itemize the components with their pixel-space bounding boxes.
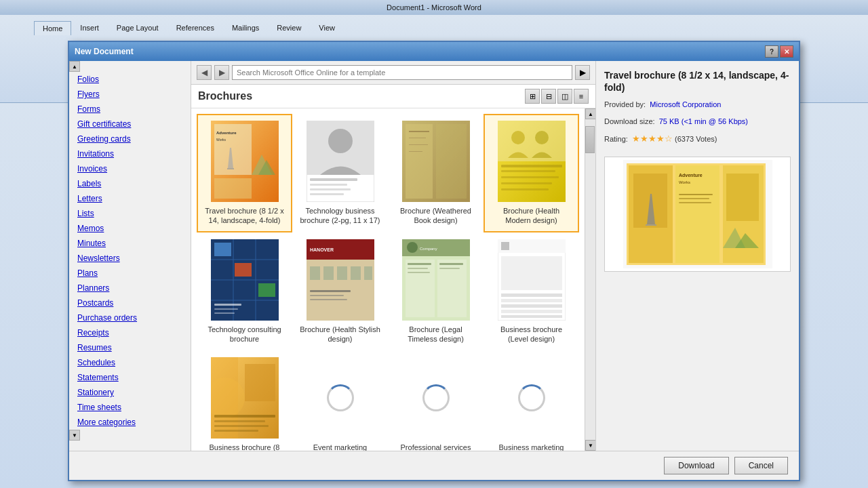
sidebar-item-plans[interactable]: Plans [69,266,191,281]
svg-rect-40 [214,312,235,314]
sidebar-item-invitations[interactable]: Invitations [69,146,191,161]
view-btn-4[interactable]: ≡ [574,89,589,104]
template-item-professional[interactable]: Professional services [388,350,484,451]
dialog-help-button[interactable]: ? [765,45,778,58]
template-thumb-weathered [402,121,470,202]
svg-rect-66 [501,242,509,250]
ribbon-tab-view[interactable]: View [310,20,344,35]
svg-rect-52 [310,299,347,300]
dialog-close-button[interactable]: ✕ [780,45,793,58]
svg-rect-61 [408,272,430,273]
ribbon-tab-mailings[interactable]: Mailings [223,20,268,35]
scroll-down-arrow[interactable]: ▼ [585,440,595,451]
sidebar-item-stationery[interactable]: Stationery [69,385,191,400]
svg-text:Adventure: Adventure [679,173,703,178]
template-thumb-tech-biz [307,121,374,202]
sidebar: ▲ Folios Flyers Forms Gift certificates … [69,61,191,451]
template-item-travel[interactable]: Adventure Works Travel [197,114,292,232]
sidebar-item-lists[interactable]: Lists [69,206,191,221]
template-thumb-professional [402,357,470,439]
sidebar-item-postcards[interactable]: Postcards [69,296,191,310]
template-item-tech-consult[interactable]: Technology consulting brochure [197,232,292,351]
sidebar-item-receipts[interactable]: Receipts [69,325,191,340]
view-btn-3[interactable]: ◫ [557,89,572,104]
template-item-biz-bro[interactable]: Business brochure (8 1/2 ... [197,350,292,451]
scroll-up-arrow[interactable]: ▲ [585,108,595,119]
sidebar-item-letters[interactable]: Letters [69,191,191,206]
svg-rect-36 [235,263,252,277]
right-panel-download-size: Download size: 75 KB (<1 min @ 56 Kbps) [604,116,791,127]
svg-rect-47 [337,266,347,280]
search-forward-button[interactable]: ▶ [214,65,229,80]
sidebar-item-planners[interactable]: Planners [69,281,191,296]
sidebar-item-folios[interactable]: Folios [69,72,191,87]
svg-text:Works: Works [679,180,690,184]
svg-rect-39 [214,308,238,310]
sidebar-item-statements[interactable]: Statements [69,370,191,385]
sidebar-item-minutes[interactable]: Minutes [69,236,191,251]
ribbon-tab-references[interactable]: References [167,20,223,35]
svg-rect-9 [310,178,357,181]
scroll-thumb[interactable] [585,126,595,153]
svg-rect-5 [227,168,234,169]
svg-rect-77 [214,415,275,418]
sidebar-item-labels[interactable]: Labels [69,176,191,191]
cancel-button[interactable]: Cancel [734,457,788,474]
sidebar-scroll-up[interactable]: ▲ [69,61,80,72]
sidebar-item-more-categories[interactable]: More categories [69,415,191,430]
template-label-event: Event marketing [313,443,367,451]
template-label-legal: Brochure (Legal Timeless design) [395,325,477,344]
svg-rect-63 [439,268,460,269]
view-btn-1[interactable]: ⊞ [525,89,540,104]
sidebar-item-flyers[interactable]: Flyers [69,87,191,102]
ribbon-tab-insert[interactable]: Insert [71,20,108,35]
ribbon-tab-pagelayout[interactable]: Page Layout [108,20,167,35]
template-item-tech-biz[interactable]: Technology business brochure (2-pg, 11 x… [292,114,388,232]
template-item-event[interactable]: Event marketing [292,350,388,451]
template-item-weathered[interactable]: Brochure (Weathered Book design) [388,114,484,232]
template-label-professional: Professional services [401,443,471,451]
sidebar-item-newsletters[interactable]: Newsletters [69,251,191,266]
sidebar-item-purchase-orders[interactable]: Purchase orders [69,310,191,325]
sidebar-item-resumes[interactable]: Resumes [69,340,191,355]
template-thumb-biz-marketing [498,357,566,439]
search-input[interactable] [232,65,572,80]
sidebar-item-memos[interactable]: Memos [69,221,191,236]
template-label-business-level: Business brochure (Level design) [490,325,572,344]
template-item-biz-marketing[interactable]: Business marketing [484,350,579,451]
search-back-button[interactable]: ◀ [197,65,212,80]
svg-rect-92 [679,198,709,199]
template-item-business-level[interactable]: Business brochure (Level design) [484,232,579,351]
view-btn-2[interactable]: ⊟ [541,89,556,104]
ribbon-tab-home[interactable]: Home [34,21,71,35]
template-item-health-stylish[interactable]: HANOVER [292,232,388,351]
scroll-track[interactable] [585,119,595,440]
sidebar-item-gift-certificates[interactable]: Gift certificates [69,117,191,131]
template-item-legal[interactable]: Company [388,232,484,351]
template-thumb-health-stylish: HANOVER [307,239,374,321]
templates-scrollbar: ▲ ▼ [585,108,595,451]
svg-rect-18 [409,144,428,145]
search-go-button[interactable]: ▶ [575,65,590,80]
loading-spinner-2 [422,384,450,411]
svg-rect-27 [501,182,552,184]
sidebar-item-time-sheets[interactable]: Time sheets [69,400,191,415]
rating-label: Rating: [604,135,628,143]
search-bar: ◀ ▶ ▶ [191,61,595,85]
svg-rect-14 [406,124,433,199]
sidebar-item-schedules[interactable]: Schedules [69,355,191,370]
templates-area: Adventure Works Travel [191,108,585,451]
sidebar-item-invoices[interactable]: Invoices [69,161,191,176]
ribbon-tab-review[interactable]: Review [268,20,310,35]
svg-rect-26 [501,176,559,178]
loading-spinner-3 [518,384,545,411]
svg-rect-59 [408,263,431,265]
template-item-health[interactable]: Brochure (Health Modern design) [484,114,579,232]
svg-rect-71 [501,310,562,313]
template-label-tech-biz: Technology business brochure (2-pg, 11 x… [299,206,381,226]
sidebar-item-forms[interactable]: Forms [69,102,191,117]
main-content: ◀ ▶ ▶ Brochures ⊞ ⊟ ◫ ≡ [191,61,595,451]
sidebar-item-greeting-cards[interactable]: Greeting cards [69,131,191,146]
download-button[interactable]: Download [664,457,728,474]
sidebar-scroll-down[interactable]: ▼ [69,430,80,441]
